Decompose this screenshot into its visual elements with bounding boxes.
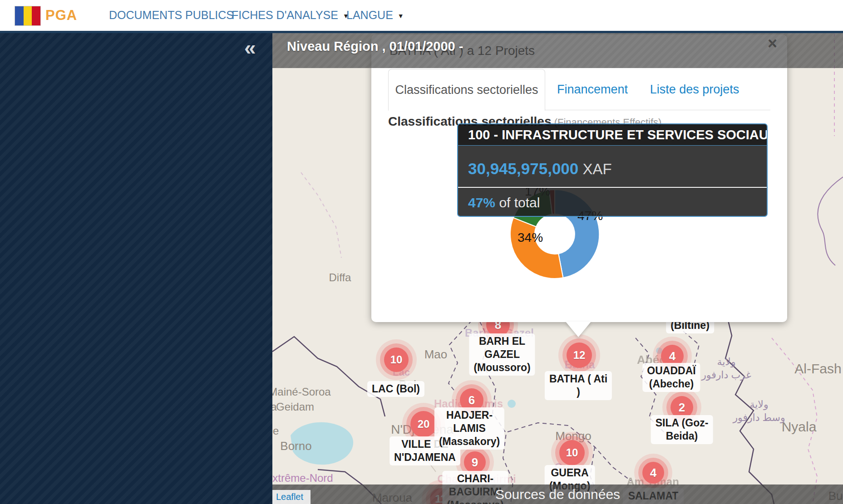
border-chad-sudan [725, 290, 774, 504]
chevron-down-icon: ▼ [398, 12, 404, 20]
tooltip-amount-value: 30,945,975,000 [468, 160, 578, 177]
marker-count: 6 [468, 393, 475, 407]
place-label: Diffa [329, 271, 351, 284]
tooltip-currency: XAF [578, 161, 611, 177]
navbar-item-0[interactable]: DOCUMENTS PUBLICS [109, 9, 234, 22]
navbar-border [0, 31, 843, 33]
marker-label[interactable]: HADJER-LAMIS(Massakory) [434, 407, 504, 450]
marker-label[interactable]: BARH ELGAZEL(Moussoro) [469, 333, 535, 376]
brand-pga[interactable]: PGA [45, 7, 77, 24]
place-label: Geidam [276, 401, 314, 413]
marker-label[interactable]: OUADDAÏ(Abeche) [642, 363, 700, 392]
place-label: Nyala [782, 419, 817, 435]
flag-stripe-yellow [24, 6, 32, 25]
chad-flag-logo [15, 6, 41, 26]
marker-count: 4 [669, 349, 675, 363]
marker-count: 10 [566, 446, 578, 459]
place-label: Borno [280, 439, 311, 453]
marker-count: 10 [390, 353, 403, 366]
cluster-marker-CHARI-[interactable]: 9 [464, 451, 486, 473]
sources-bar[interactable]: Sources de données [272, 484, 843, 504]
top-navbar: PGA DOCUMENTS PUBLICSFICHES D'ANALYSE▼LA… [0, 0, 843, 31]
cluster-marker-BATHA ( Ati[interactable]: 12 [567, 343, 592, 368]
tooltip-percent: 47% of total [468, 195, 540, 210]
cluster-marker-SALAMAT[interactable]: 4 [642, 462, 664, 484]
tooltip-of-total: of total [495, 195, 540, 210]
region-popup: BATHA ( Ati ) a 12 Projets × Classificat… [371, 34, 787, 322]
arabic-place-label: ولايةغرب دارفور [701, 356, 751, 382]
leaflet-link[interactable]: Leaflet [276, 492, 303, 502]
chart-tooltip: 100 - INFRASTRUCTURE ET SERVICES SOCIAUX… [457, 123, 768, 217]
donut-slice-34pct[interactable] [510, 218, 563, 279]
tooltip-percent-value: 47% [468, 195, 495, 210]
marker-count: 20 [418, 418, 430, 431]
map-attribution: Leaflet [272, 490, 311, 504]
tooltip-header: 100 - INFRASTRUCTURE ET SERVICES SOCIAUX [458, 124, 767, 146]
tooltip-sector-label: 100 - INFRASTRUCTURE ET SERVICES SOCIAUX [468, 127, 768, 142]
flag-stripe-red [32, 6, 40, 25]
tooltip-amount: 30,945,975,000 XAF [468, 160, 612, 178]
region-border-biltine [683, 331, 699, 363]
navbar-item-label: FICHES D'ANALYSE [232, 9, 338, 21]
navbar-item-label: DOCUMENTS PUBLICS [109, 9, 234, 21]
tab-classifications-sectorielles[interactable]: Classifications sectorielles [388, 69, 545, 111]
cluster-marker-GUERA[interactable]: 10 [559, 440, 585, 465]
cluster-marker-LAC (Bol)[interactable]: 10 [384, 347, 409, 372]
faint-border-topleft [301, 172, 341, 258]
marker-label[interactable]: LAC (Bol) [367, 381, 424, 397]
navbar-item-1[interactable]: FICHES D'ANALYSE▼ [232, 9, 349, 22]
place-label: Mao [424, 347, 448, 362]
small-lake [508, 400, 516, 408]
sidebar-collapse-button[interactable]: « [244, 37, 256, 58]
navbar-item-label: LANGUE [346, 9, 393, 21]
marker-count: 2 [679, 401, 685, 415]
marker-count: 12 [573, 349, 586, 362]
place-label: be [272, 425, 279, 437]
map-header-title: Niveau Région , 01/01/2000 - [287, 39, 463, 54]
sidebar [0, 33, 272, 504]
marker-count: 9 [472, 455, 478, 470]
marker-label[interactable]: SILA (Goz-Beida) [651, 415, 713, 444]
cluster-marker-VILLE DE[interactable]: 20 [410, 411, 437, 437]
popup-arrow [566, 322, 591, 337]
navbar-item-2[interactable]: LANGUE▼ [346, 9, 404, 22]
place-label: Extrême-Nord [272, 472, 333, 484]
border-top-right [818, 177, 843, 265]
flag-stripe-blue [15, 6, 24, 25]
place-label: Al-Fash [794, 361, 841, 377]
sources-label[interactable]: Sources de données [495, 487, 620, 502]
marker-count: 4 [650, 466, 656, 480]
tab-liste-des-projets[interactable]: Liste des projets [645, 69, 744, 110]
marker-label[interactable]: BATHA ( Ati) [545, 371, 612, 400]
donut-data-label: 34% [518, 230, 543, 245]
place-label: Mainé-Soroa [272, 386, 331, 398]
arabic-place-label: ولايةوسط دارفور [733, 398, 785, 424]
tooltip-separator [458, 187, 767, 188]
tab-financement[interactable]: Financement [554, 69, 631, 110]
